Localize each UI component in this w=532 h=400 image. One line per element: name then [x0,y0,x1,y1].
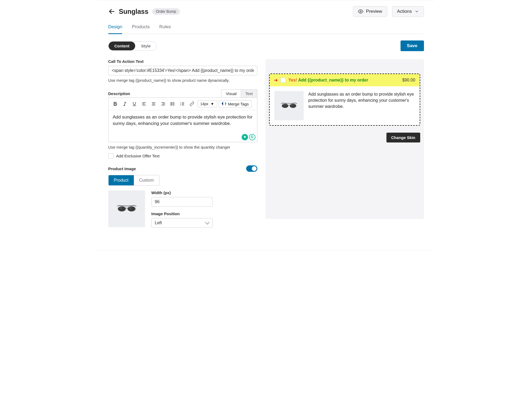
svg-point-35 [283,104,285,105]
font-size-value: 14px [200,102,208,106]
page-title: Sunglass [119,8,149,15]
merge-tags-button[interactable]: Merge Tags [219,100,252,108]
image-source-toggle: Product Custom [108,175,159,186]
exclusive-offer-checkbox[interactable] [108,153,114,158]
editor-mode-tabs: Visual Text [221,89,257,97]
svg-text:3: 3 [180,104,181,106]
actions-dropdown[interactable]: Actions [392,6,424,17]
svg-point-30 [127,206,135,211]
merge-tags-label: Merge Tags [228,102,249,106]
svg-point-18 [171,102,171,103]
editor-toolbar: 123 14px ▼ Merge Tags [108,97,257,110]
svg-point-20 [171,105,171,105]
product-image-toggle[interactable] [246,165,257,172]
description-label: Description [108,91,130,96]
order-bump-badge: Order Bump [152,8,180,15]
bump-rest-text: Add {{product_name}} to my order [297,78,368,82]
style-pill[interactable]: Style [135,42,156,50]
svg-point-33 [282,104,288,108]
cta-label: Call To Action Text [108,59,257,64]
align-right-icon[interactable] [159,100,167,108]
link-icon[interactable] [188,100,196,108]
cta-section: Call To Action Text Use merge tag {{prod… [108,59,257,83]
description-body-text: Add sunglasses as an order bump to provi… [113,115,253,126]
sunglasses-icon [116,205,137,213]
custom-image-tab[interactable]: Custom [134,175,159,185]
product-image-label: Product Image [108,166,136,171]
visual-tab[interactable]: Visual [221,90,241,97]
preview-panel: ➜ Yes! Add {{product_name}} to my order … [265,59,424,219]
bump-thumbnail [274,91,304,120]
tab-design[interactable]: Design [108,23,122,34]
bump-price: $90.00 [402,78,415,83]
svg-marker-27 [222,101,223,105]
width-label: Width (px) [151,190,257,195]
svg-point-19 [171,104,171,104]
preview-label: Preview [366,9,382,14]
helper-badge-icon[interactable] [242,134,248,140]
main-tabs: Design Products Rules [108,23,424,34]
bump-title: Yes! Add {{product_name}} to my order [288,78,400,83]
product-image-section: Product Image Product Custom [108,165,257,232]
tab-rules[interactable]: Rules [159,23,171,34]
bump-header: ➜ Yes! Add {{product_name}} to my order … [270,74,420,86]
bold-icon[interactable] [111,100,119,108]
italic-icon[interactable] [121,100,129,108]
caret-down-icon: ▼ [211,102,214,106]
svg-point-1 [360,11,361,12]
font-size-select[interactable]: 14px ▼ [197,100,217,107]
image-position-label: Image Position [151,211,257,216]
sunglasses-icon [281,102,298,109]
arrow-right-icon: ➜ [274,77,278,83]
bullet-list-icon[interactable] [169,100,177,108]
change-skin-button[interactable]: Change Skin [386,133,420,142]
actions-label: Actions [397,9,412,14]
svg-point-36 [291,104,293,105]
svg-point-32 [129,207,131,209]
description-editor[interactable]: Add sunglasses as an order bump to provi… [108,110,257,142]
grammarly-icon[interactable]: G [249,134,255,140]
text-tab[interactable]: Text [241,90,257,97]
bump-yes-text: Yes! [288,78,297,82]
product-thumbnail[interactable] [108,190,145,227]
tab-products[interactable]: Products [132,23,150,34]
ordered-list-icon[interactable]: 123 [178,100,186,108]
back-arrow-icon[interactable] [108,8,115,15]
preview-button[interactable]: Preview [353,6,387,17]
order-bump-preview: ➜ Yes! Add {{product_name}} to my order … [269,74,420,126]
exclusive-offer-label: Add Exclusive Offer Text [116,154,160,158]
width-input[interactable] [151,197,213,207]
cta-input[interactable] [108,66,257,75]
svg-line-4 [124,102,125,105]
chevron-down-icon [415,9,419,14]
product-image-tab[interactable]: Product [109,175,134,185]
merge-tags-icon [222,101,226,107]
cta-helper: Use merge tag {{product_name}} to show p… [108,78,257,83]
bump-checkbox[interactable] [281,77,286,83]
svg-point-29 [118,206,126,211]
svg-marker-28 [225,101,226,105]
svg-point-34 [290,104,296,108]
eye-icon [358,9,363,14]
align-center-icon[interactable] [150,100,158,108]
underline-icon[interactable] [130,100,138,108]
content-pill[interactable]: Content [109,42,135,50]
svg-point-31 [119,207,122,209]
design-mode-toggle: Content Style [108,41,157,51]
description-section: Description Visual Text 123 [108,89,257,158]
bump-description: Add sunglasses as an order bump to provi… [308,91,415,120]
image-position-select[interactable]: Left [151,218,213,228]
page-header: Sunglass Order Bump Preview Actions [108,0,424,23]
description-helper: Use merge tag {{quantity_incrementer}} t… [108,145,257,149]
save-button[interactable]: Save [401,40,424,51]
align-left-icon[interactable] [140,100,148,108]
